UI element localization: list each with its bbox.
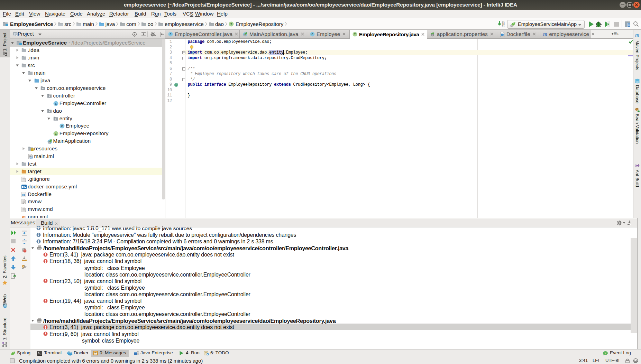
svg-text:@: @ <box>510 25 513 27</box>
svg-text:m: m <box>22 214 26 218</box>
svg-text:I: I <box>55 132 57 136</box>
svg-text:C: C <box>55 102 57 106</box>
svg-text:C: C <box>61 125 63 128</box>
svg-text:C: C <box>170 33 171 36</box>
svg-text:I: I <box>230 23 232 26</box>
svg-text:D: D <box>23 194 25 196</box>
svg-text:IML: IML <box>29 157 33 159</box>
svg-text:01: 01 <box>502 25 505 28</box>
svg-text:@: @ <box>48 141 51 144</box>
svg-text:C: C <box>311 33 313 36</box>
svg-text:I: I <box>354 33 356 36</box>
svg-text:1: 1 <box>604 352 606 355</box>
svg-text:@: @ <box>244 34 246 36</box>
svg-text:D: D <box>502 34 503 36</box>
